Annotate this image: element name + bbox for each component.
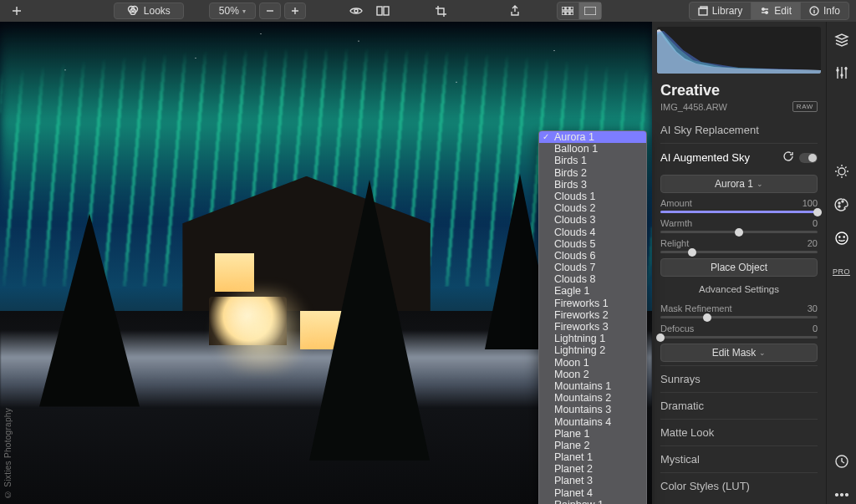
dropdown-item[interactable]: Clouds 8 [539, 273, 646, 285]
zoom-in-button[interactable] [284, 3, 306, 19]
svg-point-25 [836, 232, 848, 244]
advanced-settings-button[interactable]: Advanced Settings [660, 280, 818, 298]
mode-tabs: Library Edit Info [689, 2, 849, 20]
dropdown-item[interactable]: Rainbow 1 [539, 499, 646, 504]
svg-point-30 [840, 494, 843, 496]
svg-point-31 [845, 494, 848, 496]
tab-edit-label: Edit [774, 5, 792, 17]
dropdown-item[interactable]: Planet 2 [539, 463, 646, 475]
section-matte-look[interactable]: Matte Look [660, 419, 818, 445]
essentials-icon[interactable] [833, 162, 851, 181]
tab-edit[interactable]: Edit [752, 3, 801, 19]
slider-mask-refinement: Mask Refinement30 [660, 303, 818, 318]
dropdown-item[interactable]: Lightning 1 [539, 333, 646, 344]
dropdown-item[interactable]: Mountains 1 [539, 380, 646, 392]
dropdown-item[interactable]: Aurora 1 [539, 131, 646, 143]
dropdown-item[interactable]: Fireworks 3 [539, 321, 646, 333]
histogram[interactable] [657, 27, 821, 74]
dropdown-item[interactable]: Clouds 4 [539, 227, 646, 238]
dropdown-item[interactable]: Fireworks 1 [539, 298, 646, 309]
section-ai-sky-replacement[interactable]: AI Sky Replacement [660, 117, 818, 143]
looks-icon [127, 5, 139, 18]
slider-warmth-track[interactable] [660, 231, 818, 233]
place-object-button[interactable]: Place Object [660, 258, 818, 277]
dropdown-item[interactable]: Clouds 6 [539, 250, 646, 262]
svg-point-29 [835, 494, 838, 496]
section-color-styles[interactable]: Color Styles (LUT) [660, 472, 818, 499]
section-mystical[interactable]: Mystical [660, 445, 818, 472]
dropdown-item[interactable]: Clouds 2 [539, 202, 646, 214]
svg-point-15 [762, 8, 764, 10]
svg-point-23 [842, 201, 843, 202]
dropdown-item[interactable]: Planet 1 [539, 451, 646, 463]
svg-rect-7 [566, 7, 569, 10]
grid-view-button[interactable] [558, 3, 579, 19]
creative-icon[interactable] [833, 229, 851, 247]
dropdown-item[interactable]: Plane 1 [539, 428, 646, 440]
svg-point-26 [838, 237, 839, 237]
dropdown-item[interactable]: Plane 2 [539, 440, 646, 451]
dropdown-item[interactable]: Moon 2 [539, 369, 646, 380]
edit-mask-label: Edit Mask [712, 347, 757, 359]
section-dramatic[interactable]: Dramatic [660, 392, 818, 419]
dropdown-item[interactable]: Lightning 2 [539, 344, 646, 356]
dropdown-item[interactable]: Clouds 3 [539, 214, 646, 226]
zoom-dropdown[interactable]: 50% ▾ [209, 3, 256, 19]
dropdown-item[interactable]: Moon 1 [539, 357, 646, 369]
view-mode-toggle [557, 2, 602, 20]
top-toolbar: Looks 50% ▾ [0, 0, 856, 22]
slider-defocus: Defocus0 [660, 323, 818, 339]
share-button[interactable] [505, 3, 525, 19]
slider-warmth: Warmth0 [660, 218, 818, 233]
zoom-out-button[interactable] [259, 3, 281, 19]
dropdown-item[interactable]: Planet 4 [539, 487, 646, 499]
histogram-icon[interactable] [833, 64, 851, 82]
slider-relight-track[interactable] [660, 251, 818, 253]
layers-icon[interactable] [833, 30, 851, 48]
dropdown-item[interactable]: Clouds 5 [539, 238, 646, 250]
dropdown-item[interactable]: Mountains 2 [539, 392, 646, 404]
dropdown-item[interactable]: Balloon 1 [539, 143, 646, 155]
dropdown-item[interactable]: Planet 3 [539, 475, 646, 486]
preview-toggle-button[interactable] [344, 3, 368, 19]
more-icon[interactable] [833, 486, 851, 504]
zoom-label: 50% [219, 5, 239, 17]
add-button[interactable] [7, 3, 27, 19]
looks-button[interactable]: Looks [114, 3, 184, 19]
tab-info[interactable]: Info [801, 3, 848, 19]
sky-object-dropdown[interactable]: Aurora 1Balloon 1Birds 1Birds 2Birds 3Cl… [538, 130, 647, 504]
slider-amount-track[interactable] [660, 211, 818, 213]
svg-rect-4 [377, 7, 382, 15]
slider-defocus-track[interactable] [660, 336, 818, 339]
palette-icon[interactable] [833, 196, 851, 214]
dropdown-item[interactable]: Fireworks 2 [539, 309, 646, 321]
tab-library[interactable]: Library [690, 3, 752, 19]
reset-icon[interactable] [782, 150, 794, 165]
category-rail: PRO [826, 22, 856, 504]
section-ai-augmented-sky[interactable]: AI Augmented Sky [660, 143, 818, 171]
dropdown-item[interactable]: Eagle 1 [539, 285, 646, 297]
dropdown-item[interactable]: Mountains 4 [539, 416, 646, 428]
edit-mask-button[interactable]: Edit Mask ⌄ [660, 344, 818, 362]
single-view-button[interactable] [579, 3, 601, 19]
raw-badge: RAW [792, 101, 818, 112]
slider-mask-track[interactable] [660, 316, 818, 318]
section-sunrays[interactable]: Sunrays [660, 365, 818, 392]
compare-button[interactable] [371, 3, 395, 19]
crop-button[interactable] [430, 3, 451, 19]
pro-label[interactable]: PRO [833, 262, 851, 281]
dropdown-item[interactable]: Birds 2 [539, 167, 646, 179]
section-enable-toggle[interactable] [799, 153, 818, 163]
dropdown-item[interactable]: Clouds 7 [539, 262, 646, 273]
dropdown-item[interactable]: Birds 1 [539, 155, 646, 166]
sky-object-selector[interactable]: Aurora 1 ⌄ [660, 175, 818, 193]
dropdown-item[interactable]: Mountains 3 [539, 404, 646, 415]
slider-amount: Amount100 [660, 198, 818, 213]
chevron-down-icon: ▾ [242, 8, 246, 15]
watermark: © Sixties Photography [3, 408, 13, 499]
dropdown-item[interactable]: Clouds 1 [539, 191, 646, 202]
dropdown-item[interactable]: Birds 3 [539, 179, 646, 191]
history-icon[interactable] [833, 452, 851, 471]
svg-point-21 [838, 168, 845, 175]
svg-rect-10 [566, 12, 569, 15]
